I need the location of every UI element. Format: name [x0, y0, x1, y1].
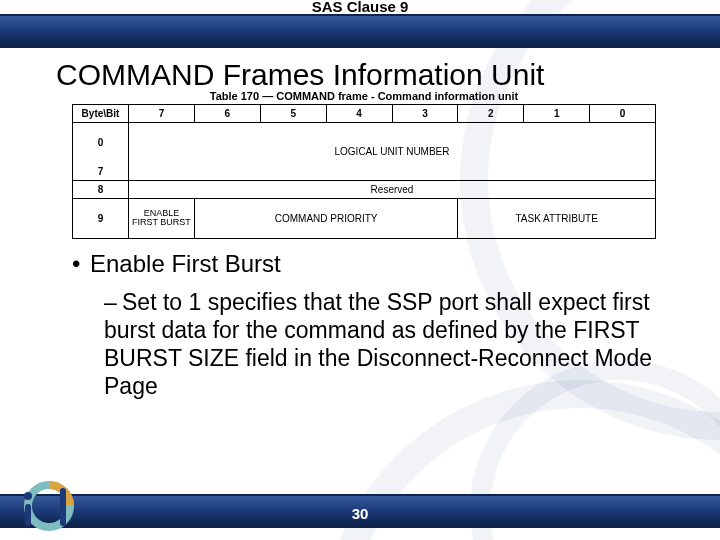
header-title: SAS Clause 9	[0, 0, 720, 15]
table: Byte\Bit 7 6 5 4 3 2 1 0 0 LOGICAL UNIT …	[72, 104, 656, 239]
field-lun: LOGICAL UNIT NUMBER	[129, 123, 656, 181]
byte-label: 7	[73, 163, 129, 181]
bullet-item: •Enable First Burst	[72, 250, 660, 278]
frame-table: Table 170 — COMMAND frame - Command info…	[72, 90, 656, 239]
table-caption: Table 170 — COMMAND frame - Command info…	[72, 90, 656, 102]
bit-header: 1	[524, 105, 590, 123]
bit-header: 6	[194, 105, 260, 123]
sub-bullet-label: Set to 1 specifies that the SSP port sha…	[104, 289, 652, 399]
bit-header: 2	[458, 105, 524, 123]
iol-logo-icon	[14, 478, 84, 534]
bit-header: 4	[326, 105, 392, 123]
bullet-dot-icon: •	[72, 250, 90, 278]
table-corner: Byte\Bit	[73, 105, 129, 123]
page-number: 30	[0, 505, 720, 522]
bit-header: 5	[260, 105, 326, 123]
header-band	[0, 16, 720, 46]
field-task-attr: TASK ATTRIBUTE	[458, 198, 656, 238]
divider	[0, 526, 720, 528]
svg-rect-2	[25, 504, 31, 526]
field-cmd-priority: COMMAND PRIORITY	[194, 198, 458, 238]
field-reserved: Reserved	[129, 180, 656, 198]
dash-icon: –	[104, 288, 122, 316]
byte-label: 8	[73, 180, 129, 198]
header-gradient	[0, 16, 720, 46]
svg-rect-3	[60, 488, 66, 526]
byte-label: 0	[73, 123, 129, 163]
bit-header: 3	[392, 105, 458, 123]
page-title: COMMAND Frames Information Unit	[56, 58, 680, 92]
bullet-label: Enable First Burst	[90, 250, 281, 277]
byte-label: 9	[73, 198, 129, 238]
bit-header: 0	[590, 105, 656, 123]
divider	[0, 46, 720, 48]
bit-header: 7	[129, 105, 195, 123]
svg-point-1	[24, 492, 32, 500]
slide: SAS Clause 9 COMMAND Frames Information …	[0, 0, 720, 540]
field-efb: ENABLE FIRST BURST	[129, 198, 195, 238]
body-text: •Enable First Burst –Set to 1 specifies …	[72, 250, 660, 400]
sub-bullet-item: –Set to 1 specifies that the SSP port sh…	[104, 288, 660, 400]
